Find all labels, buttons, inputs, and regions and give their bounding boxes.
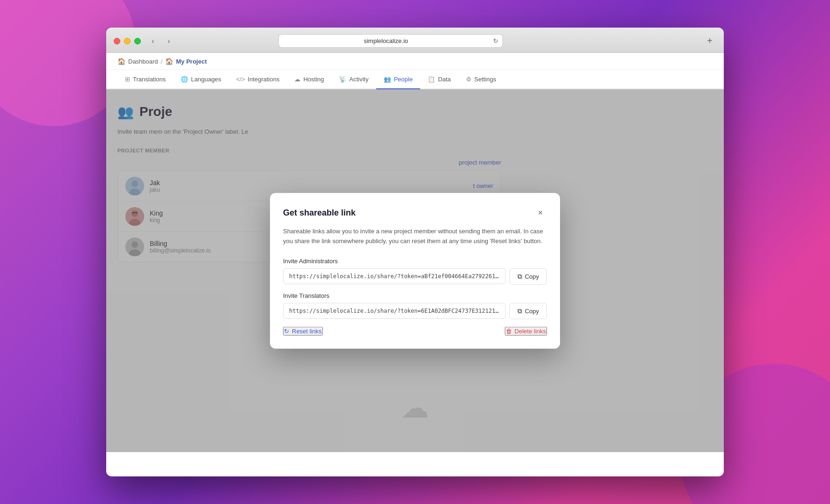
breadcrumb-dashboard[interactable]: Dashboard bbox=[128, 58, 158, 65]
address-input[interactable] bbox=[278, 34, 503, 48]
nav-back-button[interactable]: ‹ bbox=[146, 35, 160, 48]
tab-languages-label: Languages bbox=[191, 76, 221, 83]
traffic-light-minimize[interactable] bbox=[124, 38, 131, 44]
settings-icon: ⚙ bbox=[466, 76, 472, 83]
translations-icon: ⊞ bbox=[125, 76, 130, 83]
reset-links-label: Reset links bbox=[292, 327, 322, 334]
new-tab-button[interactable]: + bbox=[703, 35, 716, 48]
traffic-light-close[interactable] bbox=[114, 38, 120, 44]
delete-links-button[interactable]: 🗑 Delete links bbox=[505, 326, 547, 335]
admin-section-label: Invite Administrators bbox=[283, 257, 547, 264]
traffic-lights bbox=[114, 38, 141, 44]
admin-link-row: ⧉ Copy bbox=[283, 268, 547, 284]
tab-hosting-label: Hosting bbox=[303, 76, 324, 83]
browser-titlebar: ‹ › 🔒 ↻ + bbox=[106, 28, 724, 53]
translator-section-label: Invite Translators bbox=[283, 292, 547, 299]
tab-languages[interactable]: 🌐 Languages bbox=[173, 70, 228, 89]
main-content: 👥 Proje Invite team mem on the 'Project … bbox=[106, 89, 724, 452]
translator-link-input[interactable] bbox=[283, 303, 506, 319]
data-icon: 📋 bbox=[428, 76, 435, 83]
translator-copy-label: Copy bbox=[525, 307, 539, 314]
chevron-right-icon: › bbox=[167, 37, 170, 45]
modal-close-button[interactable]: × bbox=[534, 206, 547, 219]
languages-icon: 🌐 bbox=[181, 76, 188, 83]
tab-translations-label: Translations bbox=[133, 76, 166, 83]
delete-icon: 🗑 bbox=[506, 327, 512, 334]
shareable-link-modal: Get shareable link × Shareable links all… bbox=[270, 193, 560, 349]
app-content: 🏠 Dashboard / 🏠 My Project ⊞ Translation… bbox=[106, 53, 724, 476]
tab-integrations[interactable]: </> Integrations bbox=[229, 70, 287, 89]
tab-activity[interactable]: 📡 Activity bbox=[331, 70, 376, 89]
tab-people-label: People bbox=[394, 76, 413, 83]
hosting-icon: ☁ bbox=[294, 76, 300, 83]
tab-data[interactable]: 📋 Data bbox=[420, 70, 458, 89]
breadcrumb-project-name[interactable]: My Project bbox=[176, 58, 207, 65]
delete-links-label: Delete links bbox=[515, 327, 546, 334]
tab-translations[interactable]: ⊞ Translations bbox=[117, 70, 173, 89]
address-bar: 🔒 ↻ bbox=[278, 34, 503, 48]
tab-data-label: Data bbox=[438, 76, 451, 83]
modal-title: Get shareable link bbox=[283, 208, 356, 217]
tab-hosting[interactable]: ☁ Hosting bbox=[287, 70, 331, 89]
reset-links-button[interactable]: ↻ Reset links bbox=[283, 326, 323, 335]
browser-nav: ‹ › bbox=[146, 35, 175, 48]
modal-header: Get shareable link × bbox=[283, 206, 547, 219]
home-icon: 🏠 bbox=[117, 58, 125, 65]
activity-icon: 📡 bbox=[339, 76, 346, 83]
breadcrumb-project-emoji: 🏠 bbox=[165, 58, 173, 65]
modal-description: Shareable links allow you to invite a ne… bbox=[283, 227, 547, 246]
breadcrumb-separator: / bbox=[161, 58, 163, 65]
nav-forward-button[interactable]: › bbox=[162, 35, 175, 48]
integrations-icon: </> bbox=[236, 76, 245, 83]
browser-window: ‹ › 🔒 ↻ + 🏠 Dashboard / 🏠 My Project bbox=[106, 28, 724, 476]
tab-people[interactable]: 👥 People bbox=[376, 70, 420, 89]
modal-footer: ↻ Reset links 🗑 Delete links bbox=[283, 326, 547, 335]
chevron-left-icon: ‹ bbox=[152, 37, 154, 45]
tab-settings-label: Settings bbox=[474, 76, 496, 83]
refresh-icon[interactable]: ↻ bbox=[493, 37, 498, 44]
breadcrumb: 🏠 Dashboard / 🏠 My Project bbox=[106, 53, 724, 70]
translator-link-row: ⧉ Copy bbox=[283, 302, 547, 319]
copy-icon-translator: ⧉ bbox=[517, 307, 522, 315]
admin-link-input[interactable] bbox=[283, 268, 506, 284]
tab-activity-label: Activity bbox=[349, 76, 368, 83]
reset-icon: ↻ bbox=[284, 327, 289, 334]
tab-settings[interactable]: ⚙ Settings bbox=[459, 70, 504, 89]
admin-copy-label: Copy bbox=[525, 273, 539, 280]
people-icon: 👥 bbox=[384, 76, 391, 83]
admin-copy-button[interactable]: ⧉ Copy bbox=[510, 268, 547, 284]
tab-integrations-label: Integrations bbox=[248, 76, 279, 83]
traffic-light-maximize[interactable] bbox=[134, 38, 141, 44]
translator-copy-button[interactable]: ⧉ Copy bbox=[510, 302, 547, 319]
copy-icon-admin: ⧉ bbox=[517, 272, 522, 280]
tab-navigation: ⊞ Translations 🌐 Languages </> Integrati… bbox=[106, 70, 724, 89]
